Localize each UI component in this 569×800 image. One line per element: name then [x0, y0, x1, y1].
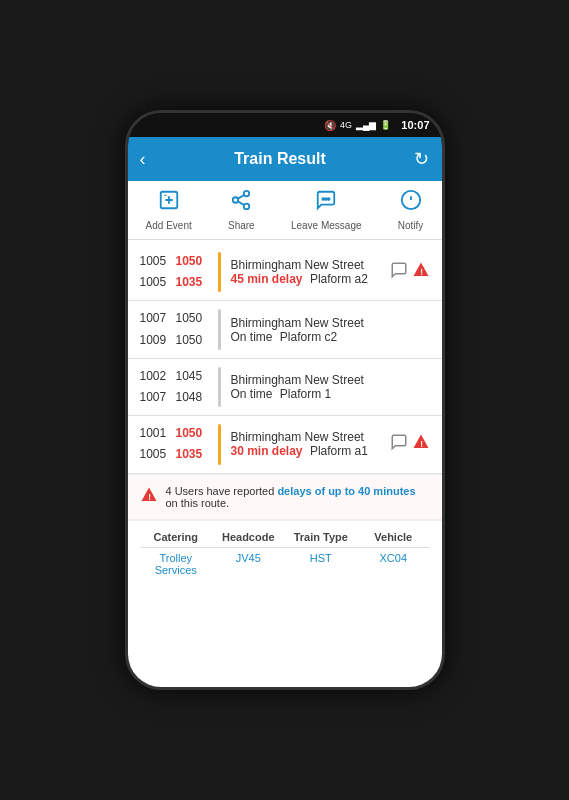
chat-icon: [390, 433, 408, 455]
col-traintype: Train Type: [285, 531, 358, 543]
scheduled-time: 1005: [140, 252, 176, 271]
app-header: ‹ Train Result ↻: [128, 137, 442, 181]
phone-frame: 🔇 4G ▂▄▆ 🔋 10:07 ‹ Train Result ↻ Add Ev…: [125, 110, 445, 690]
refresh-button[interactable]: ↻: [414, 148, 429, 170]
alert-text-after: on this route.: [166, 497, 230, 509]
train-row: 1002 1045: [140, 367, 212, 386]
actual-time: 1048: [176, 388, 212, 407]
content-area: 1005 1050 1005 1035 Bhirmingham New Stre…: [128, 240, 442, 687]
actual-time: 1035: [176, 273, 212, 292]
train-alert-icons: !: [390, 424, 430, 464]
train-destination: Bhirmingham New Street: [231, 373, 430, 387]
actual-time: 1035: [176, 445, 212, 464]
status-icons: 🔇 4G ▂▄▆ 🔋 10:07: [324, 119, 430, 131]
train-group-1: 1005 1050 1005 1035 Bhirmingham New Stre…: [128, 244, 442, 301]
actual-time: 1050: [176, 309, 212, 328]
battery-icon: 🔋: [380, 120, 391, 130]
on-time-indicator: [218, 309, 221, 349]
train-destination: Bhirmingham New Street: [231, 430, 386, 444]
actual-time: 1050: [176, 424, 212, 443]
alert-warning-icon: !: [140, 486, 158, 508]
delay-indicator: [218, 424, 221, 464]
col-catering: Catering: [140, 531, 213, 543]
train-alert-icons: !: [390, 252, 430, 292]
svg-text:!: !: [148, 492, 151, 501]
actual-time: 1050: [176, 331, 212, 350]
info-table-row: Trolley Services JV45 HST XC04: [140, 552, 430, 576]
train-row: 1001 1050: [140, 424, 212, 443]
scheduled-time: 1009: [140, 331, 176, 350]
alert-box: ! 4 Users have reported delays of up to …: [128, 474, 442, 520]
vehicle-value: XC04: [357, 552, 430, 576]
info-table: Catering Headcode Train Type Vehicle Tro…: [128, 520, 442, 586]
train-row: 1005 1035: [140, 273, 212, 292]
actual-time: 1045: [176, 367, 212, 386]
train-group-2: 1007 1050 1009 1050 Bhirmingham New Stre…: [128, 301, 442, 358]
add-event-icon: [158, 189, 180, 217]
svg-point-5: [233, 197, 239, 203]
svg-text:!: !: [420, 440, 423, 449]
page-title: Train Result: [234, 150, 326, 168]
actual-time: 1050: [176, 252, 212, 271]
chat-icon: [390, 261, 408, 283]
train-row: 1009 1050: [140, 331, 212, 350]
scheduled-time: 1005: [140, 445, 176, 464]
svg-point-4: [244, 191, 250, 197]
delay-indicator: [218, 252, 221, 292]
mute-icon: 🔇: [324, 120, 336, 131]
back-button[interactable]: ‹: [140, 149, 146, 170]
svg-point-11: [328, 198, 330, 200]
svg-line-8: [238, 195, 244, 199]
alert-highlight: delays of up to 40 minutes: [277, 485, 415, 497]
info-table-header: Catering Headcode Train Type Vehicle: [140, 531, 430, 548]
signal-icon: 4G: [340, 120, 352, 130]
notify-label: Notify: [398, 220, 424, 231]
train-status: 30 min delay Plaform a1: [231, 444, 386, 458]
train-row: 1007 1050: [140, 309, 212, 328]
train-group-4: 1001 1050 1005 1035 Bhirmingham New Stre…: [128, 416, 442, 473]
train-status: On time Plaform c2: [231, 330, 430, 344]
train-destination: Bhirmingham New Street: [231, 258, 386, 272]
warning-icon: !: [412, 433, 430, 455]
notify-icon: [400, 189, 422, 217]
svg-line-7: [238, 201, 244, 205]
train-status: On time Plaform 1: [231, 387, 430, 401]
train-row: 1005 1050: [140, 252, 212, 271]
train-group-3: 1002 1045 1007 1048 Bhirmingham New Stre…: [128, 359, 442, 416]
share-label: Share: [228, 220, 255, 231]
alert-text: 4 Users have reported delays of up to 40…: [166, 485, 430, 509]
add-event-label: Add Event: [146, 220, 192, 231]
train-row: 1005 1035: [140, 445, 212, 464]
scheduled-time: 1007: [140, 309, 176, 328]
svg-point-10: [325, 198, 327, 200]
scheduled-time: 1005: [140, 273, 176, 292]
add-event-button[interactable]: Add Event: [146, 189, 192, 231]
headcode-value: JV45: [212, 552, 285, 576]
wifi-icon: ▂▄▆: [356, 120, 376, 130]
share-icon: [230, 189, 252, 217]
traintype-value: HST: [285, 552, 358, 576]
status-time: 10:07: [401, 119, 429, 131]
train-row: 1007 1048: [140, 388, 212, 407]
catering-value[interactable]: Trolley Services: [140, 552, 213, 576]
leave-message-icon: [315, 189, 337, 217]
svg-point-6: [244, 204, 250, 210]
scheduled-time: 1002: [140, 367, 176, 386]
svg-point-9: [323, 198, 325, 200]
col-headcode: Headcode: [212, 531, 285, 543]
warning-icon: !: [412, 261, 430, 283]
train-status: 45 min delay Plaform a2: [231, 272, 386, 286]
alert-text-before: 4 Users have reported: [166, 485, 278, 497]
notify-button[interactable]: Notify: [398, 189, 424, 231]
toolbar: Add Event Share: [128, 181, 442, 240]
train-destination: Bhirmingham New Street: [231, 316, 430, 330]
col-vehicle: Vehicle: [357, 531, 430, 543]
scheduled-time: 1007: [140, 388, 176, 407]
leave-message-button[interactable]: Leave Message: [291, 189, 362, 231]
svg-text:!: !: [420, 268, 423, 277]
status-bar: 🔇 4G ▂▄▆ 🔋 10:07: [128, 113, 442, 137]
scheduled-time: 1001: [140, 424, 176, 443]
leave-message-label: Leave Message: [291, 220, 362, 231]
on-time-indicator: [218, 367, 221, 407]
share-button[interactable]: Share: [228, 189, 255, 231]
